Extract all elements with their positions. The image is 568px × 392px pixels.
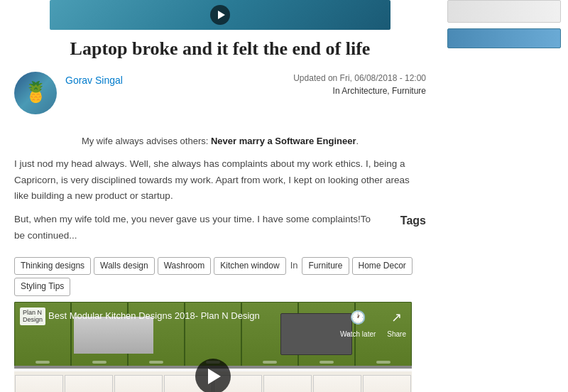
lower-cab-8 xyxy=(363,375,411,392)
article-paragraph-1: I just nod my head always. Well, she alw… xyxy=(14,156,426,205)
tag-furniture[interactable]: Furniture xyxy=(302,257,349,275)
quote-prefix: My wife always advises others: xyxy=(82,136,211,146)
video-play-button[interactable] xyxy=(195,359,231,392)
tag-styling-tips[interactable]: Styling Tips xyxy=(14,278,70,295)
author-meta: 🍍 Gorav Singal Updated on Fri, 06/08/201… xyxy=(14,72,426,121)
share-button[interactable]: ↗ Share xyxy=(387,307,406,341)
tag-thinking-designs[interactable]: Thinking designs xyxy=(14,257,91,275)
hero-play-icon[interactable] xyxy=(210,5,230,25)
wife-quote: My wife always advises others: Never mar… xyxy=(14,134,426,149)
watch-later-label: Watch later xyxy=(340,329,376,340)
watch-later-button[interactable]: 🕐 Watch later xyxy=(340,307,376,341)
tag-home-decor[interactable]: Home Decor xyxy=(352,257,413,275)
tag-kitchen-window[interactable]: Kitchen window xyxy=(214,257,285,275)
video-controls: 🕐 Watch later ↗ Share xyxy=(340,307,406,341)
video-top-bar: Plan N Design Best Modular Kitchen Desig… xyxy=(20,307,260,326)
article-categories: In Architecture, Furniture xyxy=(293,85,426,97)
lower-cab-7 xyxy=(313,375,361,392)
lower-cab-2 xyxy=(65,375,113,392)
quote-suffix: . xyxy=(356,136,359,146)
video-player[interactable]: Plan N Design Best Modular Kitchen Desig… xyxy=(14,302,412,392)
lower-cab-3 xyxy=(114,375,163,392)
article-paragraph-2: But, when my wife told me, you never gav… xyxy=(14,212,383,244)
video-logo-line1: Plan N xyxy=(23,309,43,317)
author-name-link[interactable]: Gorav Singal xyxy=(65,75,123,86)
avatar: 🍍 xyxy=(14,72,57,114)
lower-cab-1 xyxy=(15,375,63,392)
share-icon: ↗ xyxy=(391,307,402,328)
avatar-image: 🍍 xyxy=(23,77,48,109)
update-date: Updated on Fri, 06/08/2018 - 12:00 xyxy=(293,72,426,85)
hero-thumbnail[interactable] xyxy=(50,0,390,30)
sidebar-banner xyxy=(447,28,561,48)
video-logo: Plan N Design xyxy=(20,307,45,326)
author-info: Gorav Singal xyxy=(65,72,123,89)
tag-walls-design[interactable]: Walls design xyxy=(94,257,155,275)
video-title: Best Modular Kitchen Designs 2018- Plan … xyxy=(48,309,260,324)
sidebar-ad-1 xyxy=(447,0,561,23)
tags-section-label: Tags xyxy=(400,212,426,230)
tags-row: Thinking designs Walls design Washroom K… xyxy=(14,257,426,295)
date-meta: Updated on Fri, 06/08/2018 - 12:00 In Ar… xyxy=(293,72,426,97)
watch-later-icon: 🕐 xyxy=(350,307,366,328)
sidebar xyxy=(440,0,568,392)
lower-cab-6 xyxy=(263,375,312,392)
video-logo-line2: Design xyxy=(23,316,43,324)
quote-bold: Never marry a Software Engineer xyxy=(211,136,356,146)
article-title: Laptop broke and it felt the end of life xyxy=(14,37,426,61)
share-label: Share xyxy=(387,329,406,340)
in-label: In xyxy=(290,258,298,273)
tag-washroom[interactable]: Washroom xyxy=(158,257,212,275)
